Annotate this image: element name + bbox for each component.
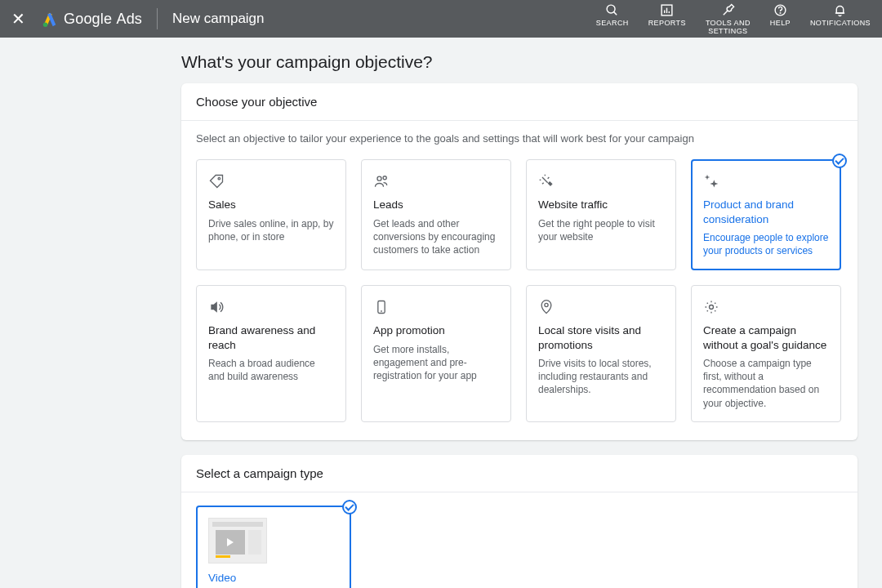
check-icon	[832, 154, 847, 168]
option-icon	[703, 173, 829, 191]
objective-card-subtitle: Select an objective to tailor your exper…	[181, 121, 858, 151]
option-icon	[373, 299, 499, 317]
svg-point-9	[780, 12, 781, 13]
objective-option[interactable]: SalesDrive sales online, in app, by phon…	[196, 159, 346, 270]
nav-help[interactable]: HELP	[770, 2, 791, 36]
option-desc: Encourage people to explore your product…	[703, 231, 829, 257]
option-icon	[208, 299, 334, 317]
svg-point-1	[607, 5, 615, 13]
objective-card-title: Choose your objective	[181, 83, 858, 121]
campaign-type-card-title: Select a campaign type	[181, 455, 858, 492]
option-desc: Drive sales online, in app, by phone, or…	[208, 217, 334, 243]
option-title: Product and brand consideration	[703, 198, 829, 226]
nav-reports[interactable]: REPORTS	[648, 2, 686, 36]
objective-option[interactable]: Website trafficGet the right people to v…	[526, 159, 676, 270]
option-icon	[538, 299, 664, 317]
nav-label: SEARCH	[596, 20, 629, 28]
objective-option[interactable]: LeadsGet leads and other conversions by …	[361, 159, 511, 270]
objective-grid: SalesDrive sales online, in app, by phon…	[181, 151, 858, 440]
option-desc: Get more installs, engagement and pre-re…	[373, 343, 499, 383]
objective-option[interactable]: Local store visits and promotionsDrive v…	[526, 285, 676, 422]
product-name: Google Ads	[64, 11, 142, 28]
option-title: Sales	[208, 198, 334, 212]
svg-line-7	[724, 10, 728, 15]
option-title: Video	[208, 572, 339, 584]
tools-icon	[721, 2, 735, 18]
objective-card: Choose your objective Select an objectiv…	[181, 83, 858, 440]
objective-option[interactable]: Product and brand considerationEncourage…	[691, 159, 841, 270]
bell-icon	[833, 2, 847, 18]
ads-logo-icon	[41, 10, 59, 28]
option-title: App promotion	[373, 323, 499, 338]
campaign-type-card: Select a campaign type VideoReach and en…	[181, 455, 858, 588]
search-icon	[605, 2, 619, 18]
divider	[157, 8, 158, 29]
option-title: Brand awareness and reach	[208, 323, 334, 352]
svg-point-13	[383, 176, 386, 180]
content-area: What's your campaign objective? Choose y…	[0, 38, 882, 588]
option-desc: Get leads and other conversions by encou…	[373, 217, 499, 257]
svg-point-12	[377, 176, 381, 180]
nav-label: REPORTS	[648, 20, 686, 28]
svg-point-11	[218, 177, 220, 180]
campaign-type-option[interactable]: VideoReach and engage viewers on YouTube…	[196, 506, 351, 588]
nav-tools[interactable]: TOOLS AND SETTINGS	[706, 2, 751, 36]
svg-point-17	[710, 305, 714, 310]
campaign-type-grid: VideoReach and engage viewers on YouTube…	[181, 492, 858, 588]
svg-point-16	[545, 303, 548, 306]
top-nav: SEARCH REPORTS TOOLS AND SETTINGS HELP N…	[596, 2, 871, 36]
option-desc: Drive visits to local stores, including …	[538, 357, 664, 397]
option-title: Leads	[373, 198, 499, 212]
svg-line-2	[614, 11, 617, 15]
option-title: Create a campaign without a goal's guida…	[703, 323, 829, 352]
reports-icon	[660, 2, 674, 18]
objective-option[interactable]: Brand awareness and reachReach a broad a…	[196, 285, 346, 422]
objective-option[interactable]: App promotionGet more installs, engageme…	[361, 285, 511, 422]
help-icon	[773, 2, 787, 18]
page-title: New campaign	[172, 11, 264, 27]
video-thumb-icon	[208, 518, 267, 564]
top-bar: ✕ Google Ads New campaign SEARCH REPORTS…	[0, 0, 882, 38]
option-desc: Get the right people to visit your websi…	[538, 217, 664, 243]
nav-label: NOTIFICATIONS	[810, 20, 871, 28]
option-icon	[373, 173, 499, 191]
nav-label: HELP	[770, 20, 791, 28]
option-icon	[208, 173, 334, 191]
svg-point-0	[43, 23, 48, 28]
nav-search[interactable]: SEARCH	[596, 2, 629, 36]
option-desc: Reach a broad audience and build awarene…	[208, 357, 334, 383]
nav-notifications[interactable]: NOTIFICATIONS	[810, 2, 871, 36]
option-title: Website traffic	[538, 198, 664, 212]
product-logo: Google Ads	[41, 10, 142, 28]
nav-label: TOOLS AND SETTINGS	[706, 20, 751, 36]
main-heading: What's your campaign objective?	[181, 52, 882, 72]
close-icon[interactable]: ✕	[11, 9, 31, 29]
option-title: Local store visits and promotions	[538, 323, 664, 352]
option-icon	[703, 299, 829, 317]
option-icon	[538, 173, 664, 191]
check-icon	[342, 500, 357, 514]
objective-option[interactable]: Create a campaign without a goal's guida…	[691, 285, 841, 422]
option-desc: Choose a campaign type first, without a …	[703, 357, 829, 410]
